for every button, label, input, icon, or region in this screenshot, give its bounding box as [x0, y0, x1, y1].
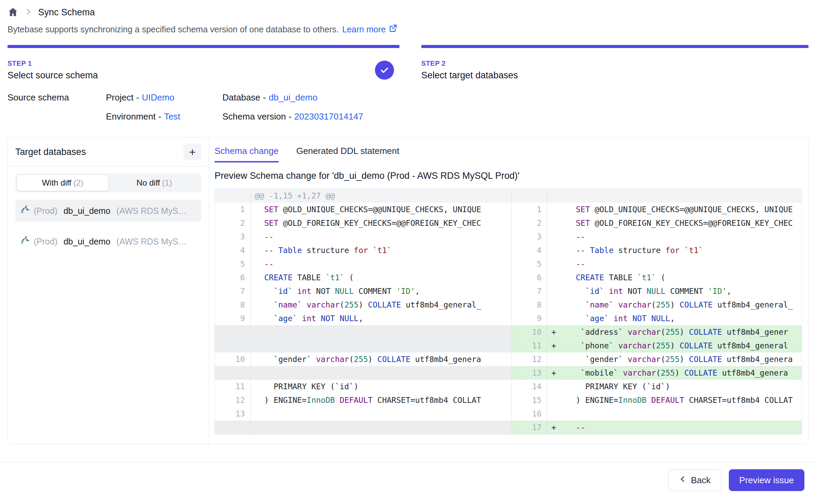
line-number: 8 [215, 298, 251, 312]
back-button[interactable]: Back [668, 469, 721, 491]
add-database-button[interactable]: + [184, 144, 201, 160]
source-schema-summary: Source schema Project-UIDemo Environment… [7, 92, 809, 122]
diff-row [512, 189, 802, 203]
schema-preview-panel: Schema change Generated DDL statement Pr… [209, 138, 808, 444]
diff-row: 11+ `phone` varchar(255) COLLATE utf8mb4… [512, 339, 802, 352]
line-number: 12 [512, 352, 547, 366]
diff-marker: + [547, 325, 562, 339]
db-name: db_ui_demo [63, 206, 110, 216]
line-number: 4 [215, 243, 251, 257]
line-number: 13 [512, 366, 547, 380]
database-item[interactable]: (Prod) db_ui_demo (AWS RDS MyS… [15, 231, 201, 252]
line-number: 4 [512, 243, 547, 257]
code-line: -- Table structure for `t1` [251, 243, 511, 257]
diff-row: 5 -- [215, 257, 511, 271]
step-1-progress-bar [7, 45, 399, 48]
line-number: 16 [512, 407, 547, 421]
diff-row: 3 -- [512, 230, 802, 243]
line-number: 8 [512, 298, 547, 312]
diff-row: 3 -- [215, 230, 511, 243]
code-line: `name` varchar(255) COLLATE utf8mb4_gene… [562, 298, 802, 312]
code-line: `name` varchar(255) COLLATE utf8mb4_gene… [251, 298, 511, 312]
diff-marker [547, 298, 562, 312]
diff-marker [547, 243, 562, 257]
diff-row: 15 ) ENGINE=InnoDB DEFAULT CHARSET=utf8m… [512, 393, 802, 407]
db-instance: (AWS RDS MyS… [116, 237, 187, 247]
diff-row: 14 PRIMARY KEY (`id`) [512, 380, 802, 393]
field-database: Database-db_ui_demo [222, 92, 363, 103]
diff-row: 16 [512, 407, 802, 421]
db-instance: (AWS RDS MyS… [116, 206, 187, 216]
diff-marker [547, 407, 562, 421]
code-line [251, 407, 511, 421]
code-line [562, 189, 802, 203]
code-line: -- [562, 257, 802, 271]
line-number: 1 [512, 203, 547, 216]
diff-pane-source: @@ -1,15 +1,27 @@1 SET @OLD_UNIQUE_CHECK… [215, 189, 511, 434]
database-link[interactable]: db_ui_demo [269, 92, 317, 103]
step-1-label: STEP 1 [7, 60, 399, 67]
schema-version-link[interactable]: 20230317014147 [294, 111, 363, 122]
diff-row: 17+ -- [512, 421, 802, 434]
diff-marker [547, 380, 562, 393]
check-icon [379, 65, 390, 75]
field-project: Project-UIDemo [106, 92, 222, 103]
code-line [251, 421, 511, 434]
code-line: `id` int NOT NULL COMMENT 'ID', [562, 284, 802, 298]
line-number: 2 [215, 216, 251, 230]
db-environment: (Prod) [34, 237, 57, 247]
diff-marker [547, 189, 562, 203]
chevron-left-icon [679, 475, 687, 486]
environment-link[interactable]: Test [164, 111, 181, 122]
diff-marker [547, 203, 562, 216]
diff-row: 10+ `address` varchar(255) COLLATE utf8m… [512, 325, 802, 339]
tab-with-diff[interactable]: With diff(2) [17, 175, 109, 191]
line-number: 12 [215, 393, 251, 407]
diff-marker [547, 352, 562, 366]
field-schema-version: Schema version-20230317014147 [222, 111, 363, 122]
code-line: -- [251, 257, 511, 271]
preview-issue-button[interactable]: Preview issue [729, 469, 804, 491]
line-number [215, 339, 251, 352]
preview-tabs: Schema change Generated DDL statement [215, 146, 802, 162]
line-number: 5 [215, 257, 251, 271]
line-number: 5 [512, 257, 547, 271]
sync-content-card: Target databases + With diff(2) No diff(… [7, 137, 809, 444]
learn-more-link[interactable]: Learn more [342, 24, 397, 35]
diff-pane-target: 1 SET @OLD_UNIQUE_CHECKS=@@UNIQUE_CHECKS… [511, 189, 802, 434]
line-number: 9 [215, 312, 251, 325]
diff-row: 5 -- [512, 257, 802, 271]
code-line: SET @OLD_UNIQUE_CHECKS=@@UNIQUE_CHECKS, … [562, 203, 802, 216]
tab-schema-change[interactable]: Schema change [215, 146, 279, 162]
code-line: -- [251, 230, 511, 243]
diff-row [215, 366, 511, 380]
database-item[interactable]: (Prod) db_ui_demo (AWS RDS MyS… [15, 200, 201, 222]
intro-sentence: Bytebase supports synchronizing a specif… [7, 25, 339, 34]
diff-marker [547, 230, 562, 243]
line-number: 11 [215, 380, 251, 393]
code-line: `address` varchar(255) COLLATE utf8mb4_g… [562, 325, 802, 339]
diff-row: 4 -- Table structure for `t1` [215, 243, 511, 257]
diff-row: 4 -- Table structure for `t1` [512, 243, 802, 257]
code-line [251, 325, 511, 339]
diff-row: 10 `gender` varchar(255) COLLATE utf8mb4… [215, 352, 511, 366]
code-line: SET @OLD_FOREIGN_KEY_CHECKS=@@FOREIGN_KE… [562, 216, 802, 230]
schema-diff-view[interactable]: @@ -1,15 +1,27 @@1 SET @OLD_UNIQUE_CHECK… [215, 189, 802, 435]
code-line [251, 339, 511, 352]
tab-no-diff[interactable]: No diff(1) [109, 175, 200, 191]
line-number: 3 [215, 230, 251, 243]
diff-marker [547, 257, 562, 271]
code-line: SET @OLD_UNIQUE_CHECKS=@@UNIQUE_CHECKS, … [251, 203, 511, 216]
diff-row: 6 CREATE TABLE `t1` ( [512, 271, 802, 284]
diff-marker [547, 271, 562, 284]
tab-generated-ddl[interactable]: Generated DDL statement [296, 146, 399, 162]
line-number [215, 421, 251, 434]
field-environment: Environment-Test [106, 111, 222, 122]
line-number: 6 [512, 271, 547, 284]
diff-row: 12 `gender` varchar(255) COLLATE utf8mb4… [512, 352, 802, 366]
home-icon[interactable] [7, 7, 18, 18]
project-link[interactable]: UIDemo [142, 92, 174, 103]
diff-row: 2 SET @OLD_FOREIGN_KEY_CHECKS=@@FOREIGN_… [215, 216, 511, 230]
line-number: 13 [215, 407, 251, 421]
diff-row: 12 ) ENGINE=InnoDB DEFAULT CHARSET=utf8m… [215, 393, 511, 407]
